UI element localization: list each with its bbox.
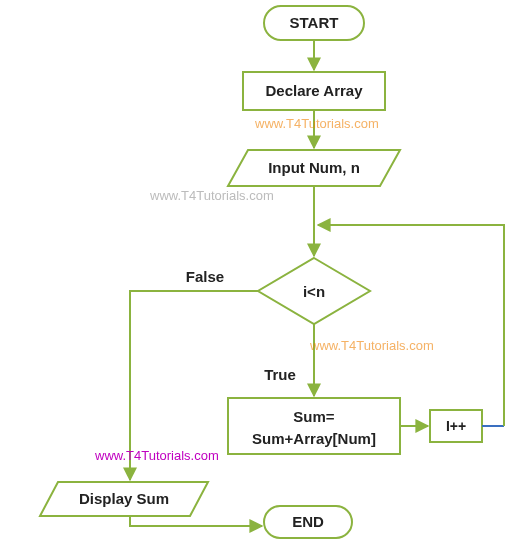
false-label: False — [186, 268, 224, 285]
sum-label-1: Sum= — [293, 408, 335, 425]
edge-display-end — [130, 516, 262, 526]
watermark-1: www.T4Tutorials.com — [254, 116, 379, 131]
declare-label: Declare Array — [265, 82, 363, 99]
input-label: Input Num, n — [268, 159, 360, 176]
display-label: Display Sum — [79, 490, 169, 507]
decision-node: i<n — [258, 258, 370, 324]
inc-label: I++ — [446, 418, 466, 434]
edge-loop-back-up — [470, 225, 504, 426]
watermark-2: www.T4Tutorials.com — [149, 188, 274, 203]
sum-node: Sum= Sum+Array[Num] — [228, 398, 400, 454]
watermark-4: www.T4Tutorials.com — [94, 448, 219, 463]
input-node: Input Num, n — [228, 150, 400, 186]
end-node: END — [264, 506, 352, 538]
start-label: START — [290, 14, 339, 31]
inc-node: I++ — [430, 410, 482, 442]
start-node: START — [264, 6, 364, 40]
display-node: Display Sum — [40, 482, 208, 516]
declare-node: Declare Array — [243, 72, 385, 110]
decision-label: i<n — [303, 283, 325, 300]
true-label: True — [264, 366, 296, 383]
end-label: END — [292, 513, 324, 530]
watermark-3: www.T4Tutorials.com — [309, 338, 434, 353]
sum-label-2: Sum+Array[Num] — [252, 430, 376, 447]
